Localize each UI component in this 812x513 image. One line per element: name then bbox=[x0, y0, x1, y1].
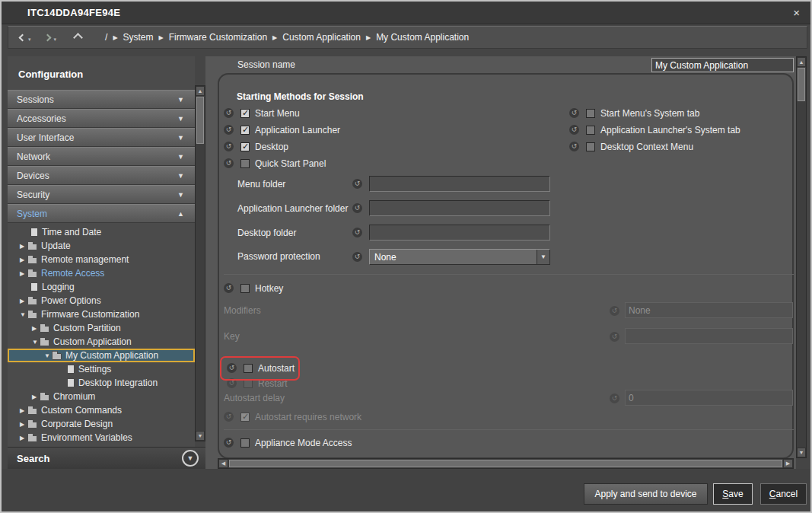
tree-item-settings[interactable]: Settings bbox=[8, 362, 195, 376]
password-protection-select[interactable]: None ▼ bbox=[369, 249, 550, 265]
tree-item-remote-access[interactable]: ▶ Remote Access bbox=[8, 266, 195, 280]
checkbox-desktop-context-menu[interactable] bbox=[586, 142, 595, 151]
collapse-arrow-icon[interactable]: ▼ bbox=[32, 339, 40, 346]
category-label: Network bbox=[17, 151, 50, 162]
collapse-arrow-icon[interactable]: ▼ bbox=[20, 311, 27, 318]
reset-icon[interactable]: ↺ bbox=[227, 363, 237, 373]
sidebar-item-system[interactable]: System ▲ bbox=[8, 204, 195, 223]
reset-icon[interactable]: ↺ bbox=[352, 203, 362, 213]
reset-icon[interactable]: ↺ bbox=[224, 158, 234, 168]
expand-arrow-icon[interactable]: ▶ bbox=[20, 256, 27, 263]
collapse-arrow-icon[interactable]: ▼ bbox=[44, 352, 52, 359]
expand-arrow-icon[interactable]: ▶ bbox=[20, 270, 27, 277]
save-button[interactable]: Save bbox=[713, 483, 753, 505]
tree-item-corporate-design[interactable]: ▶ Corporate Design bbox=[8, 417, 195, 431]
forward-button[interactable] bbox=[42, 30, 54, 45]
apply-and-send-button[interactable]: Apply and send to device bbox=[584, 483, 708, 505]
reset-icon[interactable]: ↺ bbox=[569, 108, 579, 118]
sidebar-item-network[interactable]: Network ▼ bbox=[8, 147, 195, 166]
reset-icon[interactable]: ↺ bbox=[224, 438, 234, 448]
sidebar-item-user-interface[interactable]: User Interface ▼ bbox=[8, 128, 195, 147]
expand-arrow-icon[interactable]: ▶ bbox=[20, 421, 27, 428]
tree-item-remote-management[interactable]: ▶ Remote management bbox=[8, 253, 195, 266]
menu-folder-input[interactable] bbox=[369, 176, 550, 192]
checkbox-autostart-requires-network bbox=[240, 413, 250, 422]
tree-item-desktop-integration[interactable]: Desktop Integration bbox=[8, 376, 195, 390]
tree-item-firmware-customization[interactable]: ▼ Firmware Customization bbox=[8, 307, 195, 321]
search-dropdown-button[interactable]: ▼ bbox=[182, 450, 199, 467]
reset-icon[interactable]: ↺ bbox=[352, 228, 362, 237]
checkbox-hotkey[interactable] bbox=[240, 284, 250, 293]
tree-item-logging[interactable]: Logging bbox=[8, 280, 195, 294]
reset-icon[interactable]: ↺ bbox=[224, 125, 234, 135]
breadcrumb-item-custom-application[interactable]: Custom Application bbox=[282, 32, 361, 43]
tree-item-environment-variables[interactable]: ▶ Environment Variables bbox=[8, 431, 195, 444]
application-launcher-row: ↺ Application Launcher bbox=[224, 124, 340, 135]
checkbox-label: Application Launcher bbox=[255, 125, 340, 135]
content-horizontal-scrollbar[interactable]: ◀ ▶ bbox=[218, 458, 794, 469]
expand-arrow-icon[interactable]: ▶ bbox=[20, 298, 27, 304]
scroll-up-button[interactable]: ▲ bbox=[196, 86, 205, 96]
scroll-right-button[interactable]: ▶ bbox=[783, 459, 793, 468]
scroll-left-button[interactable]: ◀ bbox=[218, 459, 228, 468]
tree-item-update[interactable]: ▶ Update bbox=[8, 239, 195, 253]
reset-icon[interactable]: ↺ bbox=[352, 179, 362, 189]
tree-item-custom-commands[interactable]: ▶ Custom Commands bbox=[8, 403, 195, 417]
checkbox-application-launcher[interactable] bbox=[240, 126, 250, 135]
tree-item-time-and-date[interactable]: Time and Date bbox=[8, 225, 195, 239]
sidebar-item-sessions[interactable]: Sessions ▼ bbox=[8, 90, 195, 109]
scrollbar-thumb[interactable] bbox=[229, 460, 782, 467]
reset-icon[interactable]: ↺ bbox=[224, 108, 234, 118]
content-vertical-scrollbar[interactable]: ▲ ▼ bbox=[796, 56, 807, 458]
tree-item-power-options[interactable]: ▶ Power Options bbox=[8, 294, 195, 307]
checkbox-appliance-mode-access[interactable] bbox=[240, 438, 250, 448]
forward-history-dropdown-icon[interactable]: ▾ bbox=[54, 37, 57, 43]
back-button[interactable] bbox=[16, 30, 28, 45]
expand-arrow-icon[interactable]: ▶ bbox=[20, 243, 27, 250]
breadcrumb-item-my-custom-application[interactable]: My Custom Application bbox=[376, 32, 469, 43]
application-launcher-folder-input[interactable] bbox=[369, 200, 550, 216]
tree-item-my-custom-application[interactable]: ▼ My Custom Application bbox=[8, 349, 195, 362]
up-button[interactable] bbox=[72, 30, 84, 45]
tree-item-label: Logging bbox=[42, 282, 75, 292]
checkbox-start-menu[interactable] bbox=[240, 109, 250, 118]
scroll-down-button[interactable]: ▼ bbox=[797, 448, 806, 457]
tree-item-custom-partition[interactable]: ▶ Custom Partition bbox=[8, 321, 195, 335]
tree-scrollbar[interactable]: ▲ ▼ bbox=[195, 85, 205, 441]
breadcrumb-item-firmware-customization[interactable]: Firmware Customization bbox=[169, 32, 267, 43]
cancel-button[interactable]: Cancel bbox=[760, 483, 807, 505]
sidebar-item-devices[interactable]: Devices ▼ bbox=[8, 166, 195, 185]
checkbox-autostart[interactable] bbox=[244, 364, 253, 373]
scroll-up-button[interactable]: ▲ bbox=[797, 57, 806, 67]
checkbox-application-launcher-system-tab[interactable] bbox=[586, 126, 595, 135]
sidebar-item-accessories[interactable]: Accessories ▼ bbox=[8, 109, 195, 128]
desktop-folder-input[interactable] bbox=[369, 225, 550, 241]
sidebar-item-security[interactable]: Security ▼ bbox=[8, 185, 195, 204]
reset-icon[interactable]: ↺ bbox=[224, 142, 234, 151]
expand-arrow-icon[interactable]: ▶ bbox=[20, 407, 27, 414]
close-icon[interactable]: × bbox=[793, 7, 800, 18]
back-history-dropdown-icon[interactable]: ▾ bbox=[28, 37, 31, 43]
search-bar[interactable]: Search ▼ bbox=[8, 447, 205, 469]
combo-arrow-button[interactable]: ▼ bbox=[537, 250, 549, 264]
quick-start-panel-row: ↺ Quick Start Panel bbox=[224, 158, 326, 169]
session-name-label: Session name bbox=[237, 59, 295, 70]
reset-icon[interactable]: ↺ bbox=[569, 125, 579, 135]
breadcrumb-root[interactable]: / bbox=[105, 32, 107, 43]
scroll-down-button[interactable]: ▼ bbox=[196, 431, 205, 441]
reset-icon[interactable]: ↺ bbox=[224, 283, 234, 293]
tree-item-custom-application[interactable]: ▼ Custom Application bbox=[8, 335, 195, 349]
reset-icon[interactable]: ↺ bbox=[352, 252, 362, 262]
tree-item-chromium[interactable]: ▶ Chromium bbox=[8, 390, 195, 403]
checkbox-quick-start-panel[interactable] bbox=[240, 159, 250, 168]
expand-arrow-icon[interactable]: ▶ bbox=[20, 435, 27, 441]
scrollbar-thumb[interactable] bbox=[798, 68, 805, 101]
expand-arrow-icon[interactable]: ▶ bbox=[32, 325, 40, 332]
expand-arrow-icon[interactable]: ▶ bbox=[32, 394, 40, 400]
session-name-input[interactable] bbox=[651, 58, 794, 72]
breadcrumb-item-system[interactable]: System bbox=[123, 32, 154, 43]
checkbox-desktop[interactable] bbox=[240, 142, 250, 151]
checkbox-start-menu-system-tab[interactable] bbox=[586, 109, 595, 118]
scrollbar-thumb[interactable] bbox=[196, 97, 204, 144]
reset-icon[interactable]: ↺ bbox=[569, 142, 579, 151]
